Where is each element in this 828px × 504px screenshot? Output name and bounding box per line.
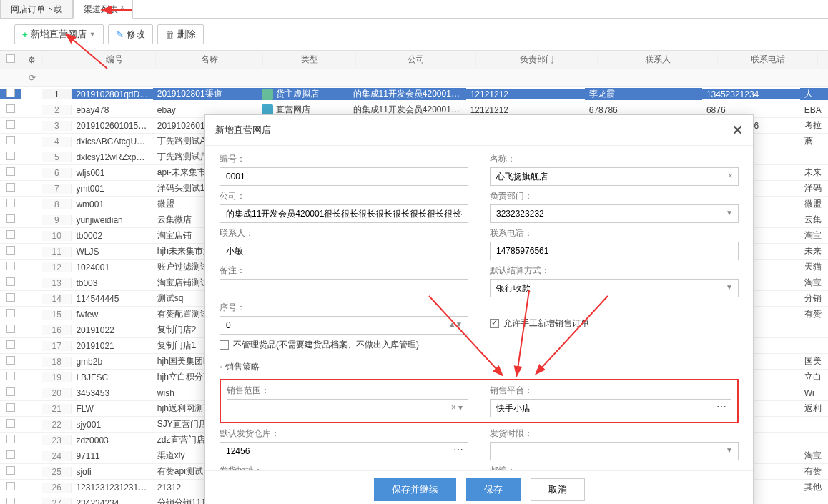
row-checkbox[interactable] bbox=[6, 214, 15, 223]
row-checkbox[interactable] bbox=[6, 199, 15, 207]
row-checkbox[interactable] bbox=[6, 325, 15, 333]
warehouse-input[interactable] bbox=[220, 442, 468, 460]
header-type: 类型 bbox=[263, 54, 356, 66]
lookup-icon[interactable]: ⋯ bbox=[716, 401, 726, 412]
label-zip: 邮编： bbox=[490, 465, 739, 470]
row-checkbox[interactable] bbox=[6, 340, 15, 349]
row-checkbox[interactable] bbox=[6, 498, 15, 504]
contact-input[interactable] bbox=[220, 242, 468, 260]
modal-title: 新增直营网店 bbox=[215, 124, 271, 137]
gear-icon[interactable]: ⚙ bbox=[28, 55, 36, 65]
row-checkbox[interactable] bbox=[6, 356, 15, 365]
save-continue-button[interactable]: 保存并继续 bbox=[374, 478, 456, 501]
label-ship-addr: 发货地址： bbox=[220, 465, 468, 470]
pencil-icon: ✎ bbox=[116, 29, 124, 40]
row-checkbox[interactable] bbox=[6, 230, 15, 239]
label-seq: 序号： bbox=[220, 302, 468, 314]
grid-header: ⚙ 编号 名称 类型 公司 负责部门 联系人 联系电话 bbox=[0, 51, 828, 69]
plus-icon: + bbox=[22, 29, 28, 40]
seq-input[interactable] bbox=[220, 316, 468, 335]
label-company: 公司： bbox=[220, 190, 468, 202]
checkmark-icon bbox=[490, 319, 499, 328]
checkmark-icon bbox=[220, 340, 229, 350]
header-code: 编号 bbox=[73, 54, 156, 66]
allow-manual-checkbox[interactable]: 允许手工新增销售订单 bbox=[490, 317, 739, 330]
strategy-section-head: 销售策略 bbox=[220, 355, 739, 379]
label-dept: 负责部门： bbox=[490, 190, 739, 202]
remark-input[interactable] bbox=[220, 279, 468, 297]
row-checkbox[interactable] bbox=[6, 309, 15, 317]
caret-down-icon: ▼ bbox=[726, 446, 733, 454]
row-checkbox[interactable] bbox=[6, 466, 15, 475]
clear-icon[interactable]: × ▾ bbox=[451, 402, 463, 412]
toolbar: +新增直营网店▼ ✎修改 🗑删除 bbox=[0, 19, 828, 51]
tab-channel-list[interactable]: 渠道列表× bbox=[73, 0, 133, 19]
row-checkbox[interactable] bbox=[6, 136, 15, 144]
phone-input[interactable] bbox=[490, 242, 739, 260]
row-checkbox[interactable] bbox=[6, 120, 15, 129]
tab-download[interactable]: 网店订单下载 bbox=[0, 0, 73, 18]
row-checkbox[interactable] bbox=[6, 262, 15, 270]
cancel-button[interactable]: 取消 bbox=[531, 478, 585, 501]
platform-highlight-box: 销售范围： × ▾ 销售平台： ⋯ bbox=[220, 379, 739, 423]
label-name: 名称： bbox=[490, 153, 739, 165]
row-checkbox[interactable] bbox=[6, 104, 15, 113]
header-name: 名称 bbox=[156, 54, 263, 66]
platform-input[interactable] bbox=[490, 399, 731, 417]
trash-icon: 🗑 bbox=[165, 29, 174, 40]
add-store-modal: 新增直营网店 ✕ 编号： 名称： × 公司： ▼ 负责部门： ▼ bbox=[204, 114, 754, 504]
close-icon[interactable]: × bbox=[120, 4, 124, 11]
row-checkbox[interactable] bbox=[6, 246, 15, 255]
header-phone: 联系电话 bbox=[718, 54, 818, 66]
caret-down-icon: ▼ bbox=[726, 283, 733, 291]
label-platform: 销售平台： bbox=[490, 385, 731, 397]
table-row[interactable]: 12019102801qdDJSs...2019102801渠道货主虚拟店的集成… bbox=[0, 87, 828, 102]
row-checkbox[interactable] bbox=[6, 167, 15, 176]
row-checkbox[interactable] bbox=[6, 277, 15, 286]
spinner-icon[interactable]: ▲▼ bbox=[448, 320, 463, 328]
select-all-checkbox[interactable] bbox=[6, 54, 15, 63]
name-input[interactable] bbox=[490, 167, 739, 186]
header-dept: 负责部门 bbox=[476, 54, 598, 66]
row-checkbox[interactable] bbox=[6, 152, 15, 160]
code-input[interactable] bbox=[220, 167, 468, 186]
settle-select[interactable] bbox=[490, 279, 739, 297]
ship-limit-select[interactable] bbox=[490, 442, 739, 460]
scope-input[interactable] bbox=[227, 399, 468, 417]
row-checkbox[interactable] bbox=[6, 183, 15, 192]
company-select[interactable] bbox=[220, 204, 468, 223]
row-checkbox[interactable] bbox=[6, 482, 15, 490]
delete-button[interactable]: 🗑删除 bbox=[157, 24, 204, 44]
label-settle: 默认结算方式： bbox=[490, 265, 739, 277]
label-phone: 联系电话： bbox=[490, 227, 739, 239]
dept-select[interactable] bbox=[490, 204, 739, 223]
save-button[interactable]: 保存 bbox=[466, 478, 521, 501]
row-checkbox[interactable] bbox=[6, 419, 15, 428]
header-contact: 联系人 bbox=[598, 54, 718, 66]
row-checkbox[interactable] bbox=[6, 403, 15, 412]
label-scope: 销售范围： bbox=[227, 385, 468, 397]
label-ship-limit: 发货时限： bbox=[490, 428, 739, 440]
caret-down-icon: ▼ bbox=[89, 31, 96, 38]
label-contact: 联系人： bbox=[220, 227, 468, 239]
refresh-icon[interactable]: ⟳ bbox=[29, 73, 36, 83]
caret-down-icon: ▼ bbox=[455, 209, 463, 217]
header-company: 公司 bbox=[356, 54, 476, 66]
edit-button[interactable]: ✎修改 bbox=[108, 24, 153, 44]
caret-down-icon: ▼ bbox=[726, 209, 733, 217]
label-remark: 备注： bbox=[220, 265, 468, 277]
row-checkbox[interactable] bbox=[6, 372, 15, 380]
label-warehouse: 默认发货仓库： bbox=[220, 428, 468, 440]
label-code: 编号： bbox=[220, 153, 468, 165]
row-checkbox[interactable] bbox=[6, 387, 15, 396]
no-goods-checkbox[interactable]: 不管理货品(不需要建货品档案、不做出入库管理) bbox=[220, 339, 739, 351]
row-checkbox[interactable] bbox=[6, 293, 15, 302]
row-checkbox[interactable] bbox=[6, 89, 15, 97]
lookup-icon[interactable]: ⋯ bbox=[453, 444, 463, 455]
top-tabs: 网店订单下载 渠道列表× bbox=[0, 0, 828, 19]
row-checkbox[interactable] bbox=[6, 450, 15, 459]
add-store-button[interactable]: +新增直营网店▼ bbox=[14, 24, 104, 44]
clear-icon[interactable]: × bbox=[728, 171, 733, 181]
row-checkbox[interactable] bbox=[6, 435, 15, 443]
close-icon[interactable]: ✕ bbox=[732, 122, 743, 138]
